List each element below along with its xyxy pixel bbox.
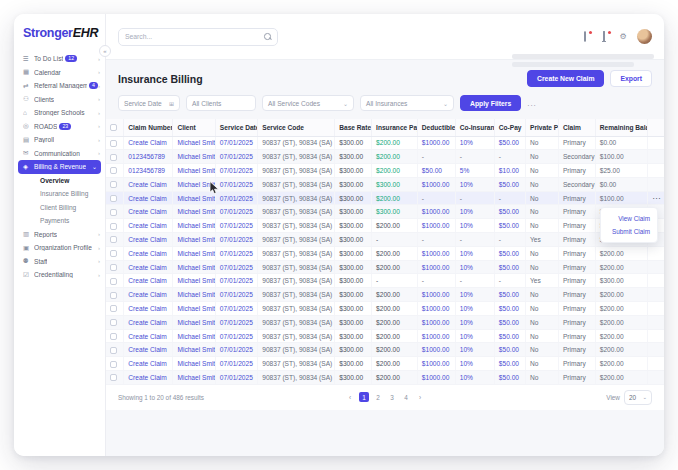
search-input[interactable] <box>125 33 264 40</box>
sidebar-item-stronger-schools[interactable]: ⌂Stronger Schools› <box>14 106 105 120</box>
row-checkbox[interactable] <box>110 154 117 161</box>
client-cell[interactable]: Michael Smith <box>173 315 215 329</box>
row-checkbox[interactable] <box>110 278 117 285</box>
context-menu-item-view-claim[interactable]: View Claim <box>601 212 657 225</box>
claim-number-cell[interactable]: 0123456789 <box>124 150 173 164</box>
claim-number-cell[interactable]: Create Claim <box>124 177 173 191</box>
pagination-next[interactable]: › <box>415 392 425 402</box>
global-search[interactable] <box>118 28 278 46</box>
sidebar-item-communication[interactable]: ✉Communication› <box>14 147 105 161</box>
row-checkbox[interactable] <box>110 223 117 230</box>
claim-number-cell[interactable]: Create Claim <box>124 371 173 385</box>
sidebar-item-referral-management[interactable]: ⇄Referral Management4› <box>14 79 105 93</box>
client-cell[interactable]: Michael Smith <box>173 177 215 191</box>
service-date-cell[interactable]: 07/01/2025 <box>215 205 257 219</box>
client-cell[interactable]: Michael Smith <box>173 371 215 385</box>
insurances-filter[interactable]: All Insurances ⌄ <box>360 95 454 111</box>
co-pay-cell[interactable]: $50.00 <box>494 302 525 316</box>
claim-number-cell[interactable]: Create Claim <box>124 246 173 260</box>
all-clients-filter[interactable]: All Clients <box>186 95 256 111</box>
page-size-select[interactable]: 20 ⌄ <box>624 390 652 405</box>
claim-number-cell[interactable]: Create Claim <box>124 288 173 302</box>
row-checkbox[interactable] <box>110 264 117 271</box>
avatar[interactable] <box>637 29 652 44</box>
pagination-page-2[interactable]: 2 <box>373 392 383 402</box>
service-date-cell[interactable]: 07/01/2025 <box>215 357 257 371</box>
row-checkbox[interactable] <box>110 292 117 299</box>
co-insurance-cell[interactable]: 10% <box>455 219 494 233</box>
apply-filters-button[interactable]: Apply Filters <box>460 95 521 111</box>
sidebar-item-roads[interactable]: ◎ROADS23› <box>14 120 105 134</box>
claim-number-cell[interactable]: Create Claim <box>124 302 173 316</box>
chat-icon[interactable] <box>580 32 590 42</box>
co-insurance-cell[interactable]: 10% <box>455 329 494 343</box>
more-filters-button[interactable]: ... <box>527 99 537 108</box>
deductible-cell[interactable]: $1000.00 <box>417 329 455 343</box>
claim-number-cell[interactable]: Create Claim <box>124 205 173 219</box>
service-date-cell[interactable]: 07/01/2025 <box>215 274 257 288</box>
claim-number-cell[interactable]: 0123456789 <box>124 164 173 178</box>
row-checkbox[interactable] <box>110 195 117 202</box>
deductible-cell[interactable]: $1000.00 <box>417 246 455 260</box>
sidebar-item-calendar[interactable]: ▦Calendar› <box>14 66 105 80</box>
co-insurance-cell[interactable]: 10% <box>455 357 494 371</box>
sidebar-subitem-insurance-billing[interactable]: Insurance Billing <box>14 187 105 201</box>
client-cell[interactable]: Michael Smith <box>173 219 215 233</box>
sidebar-item-credentialing[interactable]: ☑Credentialing› <box>14 268 105 282</box>
co-insurance-cell[interactable]: 10% <box>455 315 494 329</box>
client-cell[interactable]: Michael Smith <box>173 288 215 302</box>
client-cell[interactable]: Michael Smith <box>173 150 215 164</box>
co-pay-cell[interactable]: $50.00 <box>494 288 525 302</box>
co-pay-cell[interactable]: $50.00 <box>494 246 525 260</box>
row-checkbox[interactable] <box>110 361 117 368</box>
deductible-cell[interactable]: $50.00 <box>417 164 455 178</box>
client-cell[interactable]: Michael Smith <box>173 343 215 357</box>
co-insurance-cell[interactable]: 10% <box>455 136 494 150</box>
deductible-cell[interactable]: $1000.00 <box>417 302 455 316</box>
sidebar-subitem-overview[interactable]: Overview <box>14 174 105 188</box>
deductible-cell[interactable]: $1000.00 <box>417 177 455 191</box>
co-pay-cell[interactable]: $50.00 <box>494 315 525 329</box>
row-checkbox[interactable] <box>110 140 117 147</box>
pagination-page-1[interactable]: 1 <box>359 392 369 402</box>
co-pay-cell[interactable]: $50.00 <box>494 343 525 357</box>
deductible-cell[interactable]: $1000.00 <box>417 219 455 233</box>
service-date-cell[interactable]: 07/01/2025 <box>215 288 257 302</box>
service-date-cell[interactable]: 07/01/2025 <box>215 191 257 205</box>
co-insurance-cell[interactable]: 10% <box>455 288 494 302</box>
co-pay-cell[interactable]: $50.00 <box>494 136 525 150</box>
deductible-cell[interactable]: $1000.00 <box>417 288 455 302</box>
service-date-cell[interactable]: 07/01/2025 <box>215 233 257 247</box>
client-cell[interactable]: Michael Smith <box>173 136 215 150</box>
claim-number-cell[interactable]: Create Claim <box>124 136 173 150</box>
gear-icon[interactable]: ⚙ <box>618 32 628 42</box>
client-cell[interactable]: Michael Smith <box>173 274 215 288</box>
service-date-cell[interactable]: 07/01/2025 <box>215 260 257 274</box>
sidebar-collapse-button[interactable]: « <box>99 45 111 57</box>
co-pay-cell[interactable]: $10.00 <box>494 164 525 178</box>
deductible-cell[interactable]: $1000.00 <box>417 315 455 329</box>
row-checkbox[interactable] <box>110 305 117 312</box>
client-cell[interactable]: Michael Smith <box>173 164 215 178</box>
row-checkbox[interactable] <box>110 333 117 340</box>
co-pay-cell[interactable]: $50.00 <box>494 205 525 219</box>
select-all-checkbox[interactable] <box>110 124 117 131</box>
claim-number-cell[interactable]: Create Claim <box>124 260 173 274</box>
claim-number-cell[interactable]: Create Claim <box>124 329 173 343</box>
service-date-filter[interactable]: Service Date ⊞ <box>118 95 180 111</box>
claim-number-cell[interactable]: Create Claim <box>124 233 173 247</box>
co-insurance-cell[interactable]: 10% <box>455 177 494 191</box>
row-checkbox[interactable] <box>110 347 117 354</box>
sidebar-item-staff[interactable]: ⚉Staff› <box>14 255 105 269</box>
row-checkbox[interactable] <box>110 236 117 243</box>
service-date-cell[interactable]: 07/01/2025 <box>215 136 257 150</box>
client-cell[interactable]: Michael Smith <box>173 357 215 371</box>
service-date-cell[interactable]: 07/01/2025 <box>215 164 257 178</box>
service-codes-filter[interactable]: All Service Codes ⌄ <box>262 95 354 111</box>
co-insurance-cell[interactable]: 10% <box>455 343 494 357</box>
co-insurance-cell[interactable]: 10% <box>455 205 494 219</box>
service-date-cell[interactable]: 07/01/2025 <box>215 302 257 316</box>
claim-number-cell[interactable]: Create Claim <box>124 274 173 288</box>
row-checkbox[interactable] <box>110 319 117 326</box>
sidebar-item-payroll[interactable]: ▤Payroll› <box>14 133 105 147</box>
